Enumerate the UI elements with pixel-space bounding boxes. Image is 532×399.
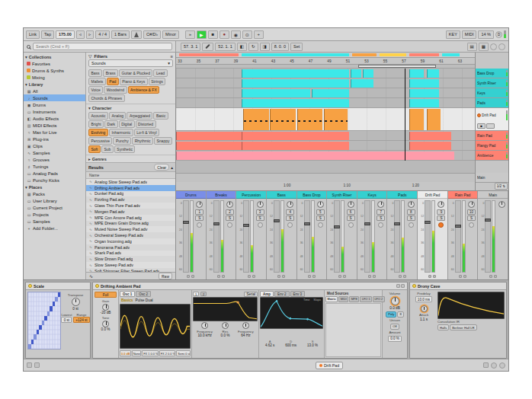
env-value-s[interactable]: S13.0 %	[307, 340, 318, 347]
result-row[interactable]: ∿Analog Slow Sweep Pad.adv	[86, 179, 175, 185]
sidebar-item-projects[interactable]: ▭Projects	[24, 211, 85, 218]
sidebar-item-user-library[interactable]: ▭User Library	[24, 197, 85, 204]
clip[interactable]	[176, 152, 454, 160]
collapse-icon[interactable]: ▴	[171, 165, 173, 170]
clip[interactable]	[242, 99, 349, 107]
sidebar-item-sounds[interactable]: ♪Sounds	[24, 94, 85, 101]
track-lane-keys[interactable]	[176, 88, 475, 98]
clip[interactable]	[243, 109, 268, 130]
session-view-toggle-icon[interactable]: ▤	[467, 43, 477, 51]
filter-chip-snappy[interactable]: Snappy	[154, 137, 172, 145]
clip[interactable]	[324, 109, 348, 130]
track-io-icon[interactable]	[399, 275, 402, 278]
filter-chip-strings[interactable]: Strings	[149, 78, 166, 85]
filter-chip-analog[interactable]: Analog	[109, 112, 127, 120]
filter-chip-soft[interactable]: Soft	[88, 145, 101, 153]
arm-button[interactable]	[258, 222, 263, 228]
clip[interactable]	[409, 99, 439, 107]
mixer-strip-main[interactable]: Main01224364860	[478, 191, 508, 279]
result-row[interactable]: ∿Morgen Pad.adv	[86, 209, 175, 215]
result-row[interactable]: ∿MPE Dream Grain Drone.adg	[86, 221, 175, 227]
chain-full[interactable]: Full	[95, 292, 117, 298]
groove-pool-icon[interactable]	[483, 362, 489, 368]
sidebar-item-current-project[interactable]: ▭Current Project	[24, 204, 85, 211]
ir-file-menu[interactable]: Berliner Hall LR	[450, 324, 476, 330]
mod-matrix-area[interactable]	[325, 303, 381, 357]
volume-fader[interactable]	[304, 200, 310, 273]
punch-in-button[interactable]: ◧	[237, 43, 247, 51]
track-header-ambience[interactable]: Ambience	[476, 151, 508, 161]
fader-handle[interactable]	[183, 221, 189, 224]
clear-filters-button[interactable]: Clear	[154, 164, 169, 171]
track-delay-icon[interactable]	[433, 275, 436, 278]
filter-chip-pad[interactable]: Pad	[107, 78, 119, 85]
unison-mode-menu[interactable]: Off	[390, 324, 399, 330]
env-value-a[interactable]: A4.62 s	[265, 340, 274, 347]
set-locator-button[interactable]: Set	[290, 43, 303, 51]
record-button[interactable]: ●	[220, 30, 229, 39]
macro-view-icon[interactable]	[396, 284, 400, 288]
filter-chip-inharmonic[interactable]: Inharmonic	[109, 129, 133, 136]
filter-2-toggle[interactable]: 2	[200, 292, 207, 296]
sidebar-item-punchy-kicks[interactable]: ▭Punchy Kicks	[24, 177, 85, 184]
clip[interactable]	[409, 142, 451, 150]
filter-chip-woodwind[interactable]: Woodwind	[104, 86, 127, 94]
solo-button[interactable]: S	[256, 215, 264, 221]
fader-handle[interactable]	[455, 225, 461, 228]
filter-chip-basic[interactable]: Basic	[153, 112, 168, 120]
filter-frequency-knob[interactable]	[201, 322, 208, 329]
unison-amount-field[interactable]: 0.0 %	[388, 336, 402, 342]
osc-param-field[interactable]: FX 2 0.0 %	[159, 350, 176, 356]
pan-knob[interactable]	[348, 201, 354, 208]
track-header-keys[interactable]: Keys	[476, 88, 508, 98]
device-on-toggle[interactable]	[95, 284, 99, 288]
poly-mode-menu[interactable]: Poly	[386, 311, 396, 318]
sidebar-item-drums[interactable]: ◼Drums	[24, 101, 85, 108]
filter-chip-distorted[interactable]: Distorted	[136, 120, 156, 128]
track-delay-icon[interactable]	[222, 275, 225, 278]
stop-button[interactable]: ■	[208, 30, 218, 39]
device-on-toggle[interactable]	[28, 284, 32, 288]
tab-env-3[interactable]: Env 3	[290, 291, 306, 297]
capture-midi-button[interactable]: +	[254, 30, 264, 39]
draw-mode-button[interactable]	[202, 43, 213, 51]
track-delay-icon[interactable]	[343, 275, 346, 278]
mixer-strip-synth-riser[interactable]: Synth Riser012243648606S	[327, 191, 357, 279]
clip[interactable]	[242, 132, 349, 140]
track-delay-icon[interactable]	[191, 275, 194, 278]
reverb-display[interactable]	[437, 292, 505, 319]
result-row[interactable]: ∿Fizzling Pad.adv	[86, 196, 175, 203]
filter-chip-acoustic[interactable]: Acoustic	[88, 112, 108, 120]
filter-display[interactable]	[193, 297, 258, 321]
filter-chip-percussive[interactable]: Percussive	[88, 137, 112, 145]
solo-button[interactable]: S	[316, 215, 325, 221]
fader-handle[interactable]	[334, 225, 340, 228]
track-delay-icon[interactable]	[252, 275, 255, 278]
sidebar-item-grooves[interactable]: ≈Grooves	[24, 156, 85, 163]
track-number[interactable]: 3	[256, 209, 264, 215]
sidebar-item-tunings[interactable]: ♯Tunings	[24, 163, 85, 170]
arrangement-position-field[interactable]: 57. 3. 1	[181, 43, 200, 51]
preview-icon[interactable]: ∿	[89, 273, 93, 279]
solo-button[interactable]: S	[467, 215, 476, 221]
mixer-strip-keys[interactable]: Keys012243648607S	[357, 191, 388, 279]
macro-knob[interactable]	[102, 304, 109, 311]
result-row[interactable]: ∿Panorama Pad.adv	[86, 244, 175, 251]
result-row[interactable]: ∿Glass Thin Pure Pad.adv	[86, 203, 175, 209]
pan-knob[interactable]	[257, 201, 264, 208]
tab-lfo-1[interactable]: LFO 1	[360, 296, 372, 302]
arm-button[interactable]	[348, 222, 354, 228]
tap-tempo-button[interactable]: Tap	[41, 30, 54, 39]
clip[interactable]	[242, 69, 349, 78]
mixer-strip-percussion[interactable]: Percussion012243648603S	[236, 191, 267, 279]
pan-knob[interactable]	[408, 201, 415, 208]
track-header-bass-drop[interactable]: Bass Drop	[476, 69, 508, 78]
clip[interactable]	[242, 89, 310, 97]
automation-arm-button[interactable]: ⊙	[242, 30, 252, 39]
track-number[interactable]: 8	[407, 209, 415, 215]
sidebar-item-mixing[interactable]: Mixing	[24, 74, 85, 81]
track-io-icon[interactable]	[248, 275, 251, 278]
scale-device-title-bar[interactable]: Scale	[26, 282, 90, 290]
mixer-strip-drums[interactable]: Drums012243648601S	[176, 191, 207, 279]
filter-chip-brass[interactable]: Brass	[103, 69, 118, 77]
